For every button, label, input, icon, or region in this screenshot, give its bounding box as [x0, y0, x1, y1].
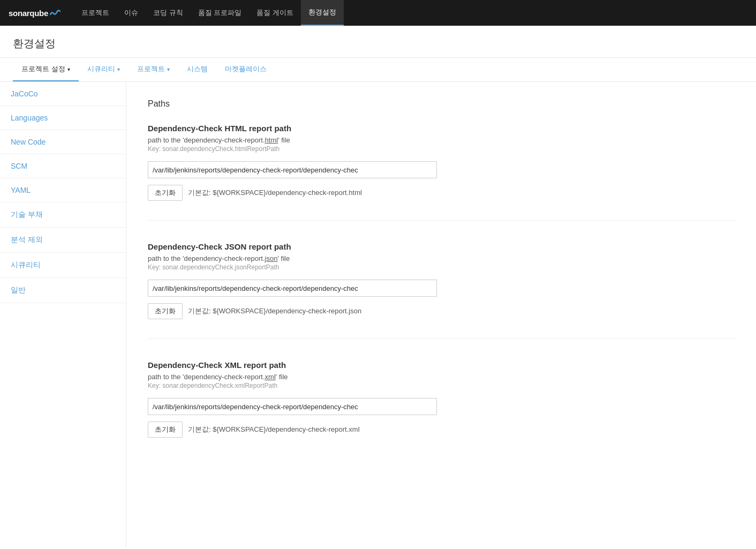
- sidebar-item-general[interactable]: 일반: [0, 278, 126, 303]
- setting-desc-html: path to the 'dependency-check-report.htm…: [148, 136, 735, 144]
- sidebar-item-new-code[interactable]: New Code: [0, 130, 126, 154]
- nav-item-issues[interactable]: 이슈: [117, 0, 146, 26]
- setting-actions-html: 초기화 기본값: ${WORKSPACE}/dependency-check-r…: [148, 185, 735, 201]
- top-navigation: sonarqube 프로젝트 이슈 코딩 규칙 품질 프로파일 품질 게이트 환…: [0, 0, 756, 26]
- default-value-html: 기본값: ${WORKSPACE}/dependency-check-repor…: [188, 188, 362, 198]
- setting-input-row-html: [148, 161, 735, 178]
- setting-desc-xml: path to the 'dependency-check-report.xml…: [148, 373, 735, 381]
- page-header: 환경설정: [0, 26, 756, 58]
- chevron-down-icon: ▾: [67, 66, 70, 72]
- setting-actions-xml: 초기화 기본값: ${WORKSPACE}/dependency-check-r…: [148, 422, 735, 438]
- sub-navigation: 프로젝트 설정 ▾ 시큐리티 ▾ 프로젝트 ▾ 시스템 마켓플레이스: [0, 58, 756, 82]
- setting-input-row-json: [148, 280, 735, 297]
- nav-items: 프로젝트 이슈 코딩 규칙 품질 프로파일 품질 게이트 환경설정: [74, 0, 344, 26]
- setting-xml-report-path: Dependency-Check XML report path path to…: [148, 360, 735, 457]
- reset-xml-button[interactable]: 초기화: [148, 422, 183, 438]
- page-title: 환경설정: [13, 36, 743, 51]
- subnav-system[interactable]: 시스템: [178, 58, 216, 81]
- sidebar-item-jacoco[interactable]: JaCoCo: [0, 82, 126, 106]
- subnav-projects[interactable]: 프로젝트 ▾: [128, 58, 178, 81]
- default-value-xml: 기본값: ${WORKSPACE}/dependency-check-repor…: [188, 425, 360, 434]
- sidebar-item-yaml[interactable]: YAML: [0, 178, 126, 202]
- setting-key-json: Key: sonar.dependencyCheck.jsonReportPat…: [148, 264, 735, 271]
- reset-json-button[interactable]: 초기화: [148, 303, 183, 319]
- sidebar-item-security[interactable]: 시큐리티: [0, 253, 126, 278]
- json-report-path-input[interactable]: [148, 280, 437, 297]
- subnav-security[interactable]: 시큐리티 ▾: [79, 58, 128, 81]
- sidebar: JaCoCo Languages New Code SCM YAML 기술 부채…: [0, 82, 126, 547]
- html-report-path-input[interactable]: [148, 161, 437, 178]
- logo-text: sonarqube: [9, 9, 48, 18]
- sidebar-item-scm[interactable]: SCM: [0, 154, 126, 178]
- setting-title-html: Dependency-Check HTML report path: [148, 124, 735, 133]
- sidebar-item-languages[interactable]: Languages: [0, 106, 126, 130]
- nav-item-administration[interactable]: 환경설정: [301, 0, 344, 26]
- section-title: Paths: [148, 99, 735, 109]
- nav-item-rules[interactable]: 코딩 규칙: [146, 0, 191, 26]
- main-layout: JaCoCo Languages New Code SCM YAML 기술 부채…: [0, 82, 756, 547]
- xml-report-path-input[interactable]: [148, 398, 437, 415]
- setting-key-xml: Key: sonar.dependencyCheck.xmlReportPath: [148, 382, 735, 389]
- logo-wave: [49, 7, 61, 19]
- nav-item-projects[interactable]: 프로젝트: [74, 0, 117, 26]
- setting-title-xml: Dependency-Check XML report path: [148, 360, 735, 370]
- subnav-marketplace[interactable]: 마켓플레이스: [216, 58, 275, 81]
- subnav-project-settings[interactable]: 프로젝트 설정 ▾: [13, 58, 79, 81]
- nav-item-quality-gates[interactable]: 품질 게이트: [249, 0, 301, 26]
- setting-actions-json: 초기화 기본값: ${WORKSPACE}/dependency-check-r…: [148, 303, 735, 319]
- nav-item-quality-profiles[interactable]: 품질 프로파일: [191, 0, 250, 26]
- chevron-down-icon: ▾: [167, 66, 170, 72]
- setting-json-report-path: Dependency-Check JSON report path path t…: [148, 242, 735, 339]
- chevron-down-icon: ▾: [117, 66, 120, 72]
- logo[interactable]: sonarqube: [9, 7, 61, 19]
- setting-input-row-xml: [148, 398, 735, 415]
- reset-html-button[interactable]: 초기화: [148, 185, 183, 201]
- setting-title-json: Dependency-Check JSON report path: [148, 242, 735, 251]
- setting-html-report-path: Dependency-Check HTML report path path t…: [148, 124, 735, 221]
- sidebar-item-analysis-exclusion[interactable]: 분석 제외: [0, 228, 126, 253]
- main-content: Paths Dependency-Check HTML report path …: [126, 82, 756, 547]
- default-value-json: 기본값: ${WORKSPACE}/dependency-check-repor…: [188, 306, 361, 316]
- sidebar-item-tech-debt[interactable]: 기술 부채: [0, 202, 126, 228]
- setting-desc-json: path to the 'dependency-check-report.jso…: [148, 254, 735, 262]
- setting-key-html: Key: sonar.dependencyCheck.htmlReportPat…: [148, 145, 735, 153]
